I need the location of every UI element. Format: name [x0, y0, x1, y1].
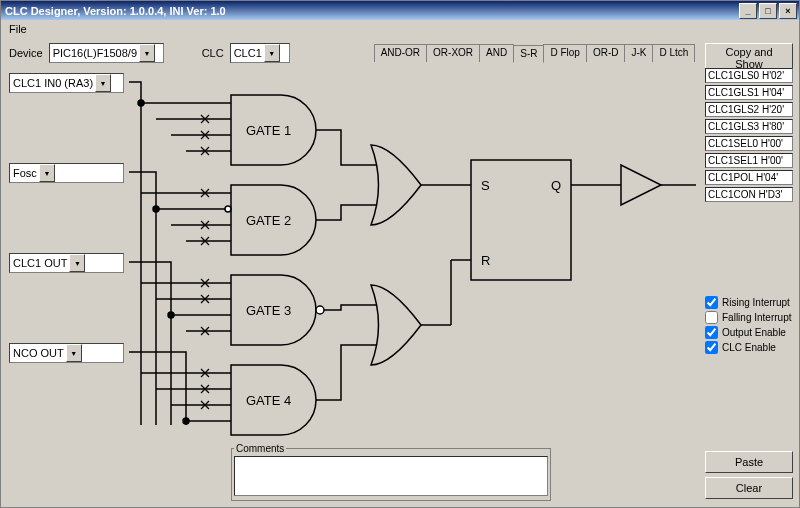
- svg-point-16: [316, 306, 324, 314]
- clc-enable-checkbox[interactable]: CLC Enable: [705, 341, 793, 354]
- register-panel: CLC1GLS0 H'02' CLC1GLS1 H'04' CLC1GLS2 H…: [705, 68, 793, 356]
- tab-and-or[interactable]: AND-OR: [374, 44, 427, 62]
- schematic: GATE 1 GATE 2 GATE 3 GATE 4 S R Q: [1, 65, 701, 445]
- comments-textarea[interactable]: [234, 456, 548, 496]
- reg-2: CLC1GLS2 H'20': [705, 102, 793, 117]
- tab-j-k[interactable]: J-K: [624, 44, 653, 62]
- gate-4-label: GATE 4: [246, 393, 291, 408]
- sr-q-label: Q: [551, 178, 561, 193]
- tab-or-xor[interactable]: OR-XOR: [426, 44, 480, 62]
- minimize-button[interactable]: _: [739, 3, 757, 19]
- window-title: CLC Designer, Version: 1.0.0.4, INI Ver:…: [3, 5, 737, 17]
- side-buttons: Paste Clear: [705, 447, 793, 499]
- device-combo[interactable]: PIC16(L)F1508/9 ▼: [49, 43, 164, 63]
- reg-3: CLC1GLS3 H'80': [705, 119, 793, 134]
- reg-4: CLC1SEL0 H'00': [705, 136, 793, 151]
- logic-tabs: AND-OR OR-XOR AND S-R D Flop OR-D J-K D …: [374, 44, 695, 62]
- output-enable-checkbox[interactable]: Output Enable: [705, 326, 793, 339]
- chevron-down-icon: ▼: [264, 44, 280, 62]
- menu-file[interactable]: File: [3, 21, 33, 37]
- titlebar: CLC Designer, Version: 1.0.0.4, INI Ver:…: [1, 1, 799, 20]
- rising-interrupt-checkbox[interactable]: Rising Interrupt: [705, 296, 793, 309]
- tab-or-d[interactable]: OR-D: [586, 44, 626, 62]
- svg-point-14: [168, 312, 174, 318]
- sr-s-label: S: [481, 178, 490, 193]
- clc-label: CLC: [202, 47, 224, 59]
- tab-and[interactable]: AND: [479, 44, 514, 62]
- svg-point-7: [153, 206, 159, 212]
- tab-d-ltch[interactable]: D Ltch: [652, 44, 695, 62]
- gate-1-label: GATE 1: [246, 123, 291, 138]
- menubar: File: [1, 20, 799, 38]
- comments-legend: Comments: [234, 443, 286, 454]
- maximize-button[interactable]: □: [759, 3, 777, 19]
- reg-5: CLC1SEL1 H'00': [705, 153, 793, 168]
- app-window: CLC Designer, Version: 1.0.0.4, INI Ver:…: [0, 0, 800, 508]
- device-value: PIC16(L)F1508/9: [53, 47, 137, 59]
- svg-point-21: [183, 418, 189, 424]
- clc-value: CLC1: [234, 47, 262, 59]
- sr-r-label: R: [481, 253, 490, 268]
- gate-2-label: GATE 2: [246, 213, 291, 228]
- toolbar: Device PIC16(L)F1508/9 ▼ CLC CLC1 ▼ AND-…: [1, 38, 799, 68]
- device-label: Device: [9, 47, 43, 59]
- reg-7: CLC1CON H'D3': [705, 187, 793, 202]
- main-area: Copy and Show CLC1 IN0 (RA3) ▼ Fosc ▼ CL…: [1, 65, 799, 507]
- comments-group: Comments: [231, 443, 551, 501]
- reg-0: CLC1GLS0 H'02': [705, 68, 793, 83]
- reg-6: CLC1POL H'04': [705, 170, 793, 185]
- paste-button[interactable]: Paste: [705, 451, 793, 473]
- clc-combo[interactable]: CLC1 ▼: [230, 43, 290, 63]
- falling-interrupt-checkbox[interactable]: Falling Interrupt: [705, 311, 793, 324]
- tab-d-flop[interactable]: D Flop: [543, 44, 586, 62]
- svg-point-1: [138, 100, 144, 106]
- svg-point-8: [225, 206, 231, 212]
- close-button[interactable]: ×: [779, 3, 797, 19]
- chevron-down-icon: ▼: [139, 44, 155, 62]
- clear-button[interactable]: Clear: [705, 477, 793, 499]
- tab-s-r[interactable]: S-R: [513, 45, 544, 63]
- reg-1: CLC1GLS1 H'04': [705, 85, 793, 100]
- gate-3-label: GATE 3: [246, 303, 291, 318]
